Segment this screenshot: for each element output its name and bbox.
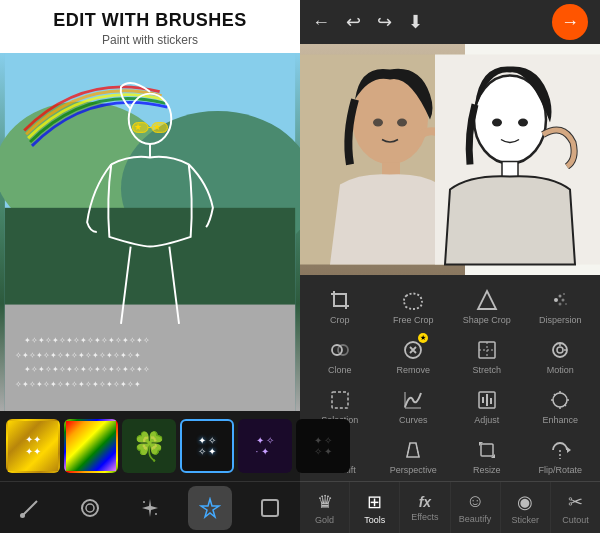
clone-icon xyxy=(329,337,351,363)
clear-tool[interactable] xyxy=(248,486,292,530)
left-header: EDIT WITH BRUSHES Paint with stickers xyxy=(0,0,300,53)
svg-point-37 xyxy=(562,299,565,302)
svg-text:✦✧✦✧✦✧✦✧✦✧✦✧✦✧✦✧✦✧: ✦✧✦✧✦✧✦✧✦✧✦✧✦✧✦✧✦✧ xyxy=(24,336,150,345)
next-icon: → xyxy=(561,12,579,33)
sparkle-tool[interactable] xyxy=(128,486,172,530)
flip-rotate-label: Flip/Rotate xyxy=(538,465,582,475)
sparkle-icon xyxy=(139,497,161,519)
sticker-row: ✦✦✦✦ 🍀 ✦ ✧✧ ✦ ✦ ✧· ✦ ✦ ✧✧ ✦ xyxy=(0,411,300,481)
tool-enhance[interactable]: Enhance xyxy=(525,381,597,429)
tool-dispersion[interactable]: Dispersion xyxy=(525,281,597,329)
svg-point-27 xyxy=(397,119,407,127)
sticker-dark[interactable]: ✦ ✧✧ ✦ xyxy=(296,419,350,473)
main-title: EDIT WITH BRUSHES xyxy=(16,10,284,31)
cutout-label: Cutout xyxy=(562,515,589,525)
bottom-beautify[interactable]: ☺ Beautify xyxy=(451,482,501,533)
svg-point-18 xyxy=(86,504,94,512)
tool-clone[interactable]: Clone xyxy=(304,331,376,379)
tool-curves[interactable]: Curves xyxy=(378,381,450,429)
gold-icon: ♛ xyxy=(317,491,333,513)
svg-point-31 xyxy=(518,119,528,127)
svg-rect-22 xyxy=(262,500,278,516)
svg-point-17 xyxy=(82,500,98,516)
svg-text:★: ★ xyxy=(153,122,161,132)
bottom-cutout[interactable]: ✂ Cutout xyxy=(551,482,600,533)
eraser-tool[interactable] xyxy=(68,486,112,530)
right-bottom-bar: ♛ Gold ⊞ Tools fx Effects ☺ Beautify ◉ S… xyxy=(300,481,600,533)
next-button[interactable]: → xyxy=(552,4,588,40)
svg-point-26 xyxy=(373,119,383,127)
resize-label: Resize xyxy=(473,465,501,475)
stretch-label: Stretch xyxy=(472,365,501,375)
remove-label: Remove xyxy=(396,365,430,375)
remove-icon: ★ xyxy=(402,337,424,363)
person-sketch-svg xyxy=(435,44,600,275)
svg-point-35 xyxy=(559,295,562,298)
effects-label: Effects xyxy=(411,512,438,522)
tool-shape-crop[interactable]: Shape Crop xyxy=(451,281,523,329)
curves-label: Curves xyxy=(399,415,428,425)
person-sketch xyxy=(435,44,600,275)
brush-tool[interactable] xyxy=(8,486,52,530)
tool-remove[interactable]: ★ Remove xyxy=(378,331,450,379)
tool-crop[interactable]: Crop xyxy=(304,281,376,329)
main-subtitle: Paint with stickers xyxy=(16,33,284,47)
svg-marker-33 xyxy=(478,291,496,309)
svg-point-36 xyxy=(563,293,565,295)
bottom-brush-tools xyxy=(0,481,300,533)
right-topbar: ← ↩ ↪ ⬇ → xyxy=(300,0,600,44)
free-crop-icon xyxy=(402,287,424,313)
cutout-icon: ✂ xyxy=(568,491,583,513)
bottom-sticker[interactable]: ◉ Sticker xyxy=(501,482,551,533)
tools-label: Tools xyxy=(364,515,385,525)
tool-perspective[interactable]: Perspective xyxy=(378,431,450,479)
sticker-label: Sticker xyxy=(512,515,540,525)
dispersion-label: Dispersion xyxy=(539,315,582,325)
download-button[interactable]: ⬇ xyxy=(408,11,423,33)
back-button[interactable]: ← xyxy=(312,12,330,33)
motion-label: Motion xyxy=(547,365,574,375)
bottom-gold[interactable]: ♛ Gold xyxy=(300,482,350,533)
perspective-label: Perspective xyxy=(390,465,437,475)
svg-rect-69 xyxy=(481,444,493,456)
enhance-icon xyxy=(549,387,571,413)
svg-marker-21 xyxy=(201,499,219,517)
clear-icon xyxy=(259,497,281,519)
undo-button[interactable]: ↩ xyxy=(346,11,361,33)
svg-text:✦✧✦✧✦✧✦✧✦✧✦✧✦✧✦✧✦✧: ✦✧✦✧✦✧✦✧✦✧✦✧✦✧✦✧✦✧ xyxy=(24,365,150,374)
sticker-rainbow[interactable] xyxy=(64,419,118,473)
effects-icon: fx xyxy=(419,494,431,510)
tool-motion[interactable]: Motion xyxy=(525,331,597,379)
svg-line-63 xyxy=(565,405,567,407)
svg-text:✧✦✧✦✧✦✧✦✧✦✧✦✧✦✧✦✧✦: ✧✦✧✦✧✦✧✦✧✦✧✦✧✦✧✦✧✦ xyxy=(15,351,141,360)
tool-flip-rotate[interactable]: Flip/Rotate xyxy=(525,431,597,479)
redo-button[interactable]: ↪ xyxy=(377,11,392,33)
svg-text:★: ★ xyxy=(134,122,142,132)
bottom-tools[interactable]: ⊞ Tools xyxy=(350,482,400,533)
enhance-label: Enhance xyxy=(542,415,578,425)
sticker-gold[interactable]: ✦✦✦✦ xyxy=(6,419,60,473)
left-image-area: ✦✧✦✧✦✧✦✧✦✧✦✧✦✧✦✧✦✧ ✧✦✧✦✧✦✧✦✧✦✧✦✧✦✧✦✧✦ ✦✧… xyxy=(0,53,300,411)
tool-stretch[interactable]: Stretch xyxy=(451,331,523,379)
svg-point-39 xyxy=(559,303,562,306)
beautify-icon: ☺ xyxy=(466,491,484,512)
sticker-sparkle[interactable]: ✦ ✧· ✦ xyxy=(238,419,292,473)
tool-free-crop[interactable]: Free Crop xyxy=(378,281,450,329)
svg-point-38 xyxy=(565,303,567,305)
topbar-left-icons: ← ↩ ↪ ⬇ xyxy=(312,11,423,33)
perspective-icon xyxy=(402,437,424,463)
beautify-label: Beautify xyxy=(459,514,492,524)
sticker-stars[interactable]: ✦ ✧✧ ✦ xyxy=(180,419,234,473)
shape-crop-icon xyxy=(476,287,498,313)
left-panel: EDIT WITH BRUSHES Paint with stickers ✦✧… xyxy=(0,0,300,533)
tool-resize[interactable]: Resize xyxy=(451,431,523,479)
sticker-brush-tool[interactable] xyxy=(188,486,232,530)
svg-point-41 xyxy=(338,345,348,355)
tool-adjust[interactable]: Adjust xyxy=(451,381,523,429)
sticker-brush-icon xyxy=(199,497,221,519)
svg-point-20 xyxy=(155,513,157,515)
dispersion-icon xyxy=(549,287,571,313)
free-crop-label: Free Crop xyxy=(393,315,434,325)
sticker-clover[interactable]: 🍀 xyxy=(122,419,176,473)
bottom-effects[interactable]: fx Effects xyxy=(400,482,450,533)
